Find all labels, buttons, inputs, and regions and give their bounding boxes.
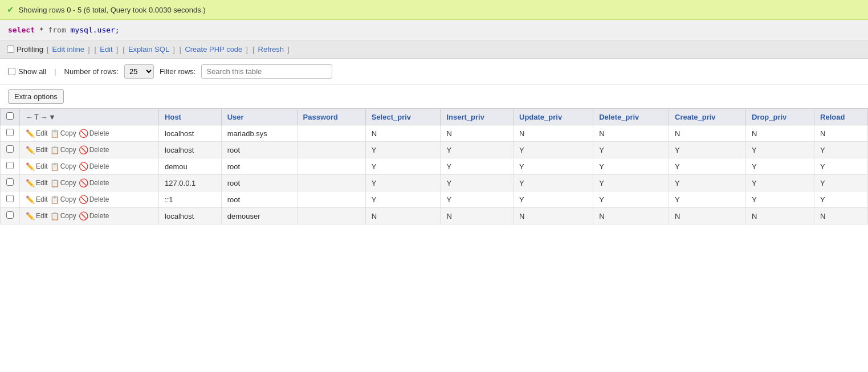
kw-from: from: [48, 26, 66, 34]
delete-button[interactable]: 🚫 Delete: [79, 162, 109, 171]
row-checkbox-cell: [1, 125, 20, 142]
cell-host: ::1: [159, 191, 222, 208]
edit-label: Edit: [36, 129, 48, 137]
header-password[interactable]: Password: [297, 109, 365, 125]
table-row: ✏️ Edit 📋 Copy 🚫 Delete ::1rootYYYYYYY: [1, 191, 868, 208]
search-input[interactable]: [201, 64, 332, 79]
edit-icon: ✏️: [26, 195, 35, 204]
cell-user: mariadb.sys: [221, 125, 297, 142]
copy-label: Copy: [60, 195, 76, 203]
delete-button[interactable]: 🚫 Delete: [79, 211, 109, 220]
header-select-priv[interactable]: Select_priv: [365, 109, 441, 125]
cell-update_priv: Y: [514, 158, 593, 175]
row-checkbox[interactable]: [6, 211, 14, 219]
header-create-priv[interactable]: Create_priv: [669, 109, 746, 125]
query-display: select * from mysql.user;: [0, 20, 868, 40]
copy-button[interactable]: 📋 Copy: [50, 179, 76, 187]
create-php-link[interactable]: Create PHP code: [185, 45, 242, 54]
header-update-priv[interactable]: Update_priv: [514, 109, 593, 125]
cell-password: [297, 208, 365, 224]
kw-select: select: [8, 26, 35, 34]
profiling-checkbox[interactable]: [7, 46, 14, 53]
copy-label: Copy: [60, 146, 76, 154]
header-insert-priv[interactable]: Insert_priv: [441, 109, 514, 125]
edit-inline-link[interactable]: Edit inline: [52, 45, 84, 54]
profiling-label: Profiling: [17, 45, 43, 54]
edit-button[interactable]: ✏️ Edit: [26, 179, 48, 187]
delete-label: Delete: [89, 162, 109, 170]
delete-button[interactable]: 🚫 Delete: [79, 195, 109, 204]
edit-button[interactable]: ✏️ Edit: [26, 162, 48, 171]
explain-sql-link[interactable]: Explain SQL: [128, 45, 169, 54]
cell-password: [297, 142, 365, 158]
delete-button[interactable]: 🚫 Delete: [79, 145, 109, 154]
delete-icon: 🚫: [79, 145, 88, 154]
row-checkbox[interactable]: [6, 129, 14, 136]
cell-delete_priv: Y: [593, 175, 669, 191]
sort-icon: ▼: [48, 113, 56, 121]
edit-button[interactable]: ✏️ Edit: [26, 195, 48, 204]
right-arrow-icon: →: [40, 113, 47, 121]
table-row: ✏️ Edit 📋 Copy 🚫 Delete localhostrootYYY…: [1, 142, 868, 158]
delete-label: Delete: [89, 146, 109, 154]
cell-insert_priv: Y: [441, 175, 514, 191]
header-actions-col[interactable]: ← T → ▼: [20, 109, 159, 125]
filter-label: Filter rows:: [160, 67, 196, 76]
edit-button[interactable]: ✏️ Edit: [26, 146, 48, 154]
copy-button[interactable]: 📋 Copy: [50, 146, 76, 154]
select-all-checkbox[interactable]: [6, 112, 14, 120]
delete-button[interactable]: 🚫 Delete: [79, 178, 109, 187]
edit-label: Edit: [36, 162, 48, 170]
header-delete-priv[interactable]: Delete_priv: [593, 109, 669, 125]
row-checkbox[interactable]: [6, 162, 14, 169]
status-bar: ✔ Showing rows 0 - 5 (6 total, Query too…: [0, 0, 868, 20]
copy-button[interactable]: 📋 Copy: [50, 195, 76, 204]
toolbar: Profiling [ Edit inline ] [ Edit ] [ Exp…: [0, 40, 868, 59]
data-table: ← T → ▼ Host User Password Select_priv I…: [0, 108, 868, 224]
table-row: ✏️ Edit 📋 Copy 🚫 Delete demourootYYYYYYY: [1, 158, 868, 175]
cell-password: [297, 175, 365, 191]
cell-update_priv: Y: [514, 175, 593, 191]
edit-label: Edit: [36, 195, 48, 203]
refresh-link[interactable]: Refresh: [258, 45, 284, 54]
cell-create_priv: N: [669, 125, 746, 142]
num-rows-select[interactable]: 25 50 100 250 500: [124, 64, 154, 79]
edit-button[interactable]: ✏️ Edit: [26, 212, 48, 220]
edit-icon: ✏️: [26, 162, 35, 171]
copy-button[interactable]: 📋 Copy: [50, 129, 76, 138]
edit-label: Edit: [36, 212, 48, 220]
header-drop-priv[interactable]: Drop_priv: [745, 109, 814, 125]
left-arrow-icon: ←: [26, 113, 33, 121]
copy-button[interactable]: 📋 Copy: [50, 212, 76, 220]
row-checkbox[interactable]: [6, 195, 14, 202]
row-checkbox[interactable]: [6, 145, 14, 153]
row-checkbox-cell: [1, 175, 20, 191]
cell-drop_priv: N: [745, 125, 814, 142]
extra-options-container: Extra options: [0, 85, 868, 108]
header-host[interactable]: Host: [159, 109, 222, 125]
cell-insert_priv: Y: [441, 158, 514, 175]
cell-drop_priv: N: [745, 208, 814, 224]
copy-icon: 📋: [50, 162, 59, 171]
table-row: ✏️ Edit 📋 Copy 🚫 Delete localhostmariadb…: [1, 125, 868, 142]
copy-label: Copy: [60, 179, 76, 187]
edit-button[interactable]: ✏️ Edit: [26, 129, 48, 138]
show-all-checkbox[interactable]: [8, 68, 15, 75]
cell-create_priv: Y: [669, 191, 746, 208]
row-checkbox[interactable]: [6, 178, 14, 186]
cell-insert_priv: Y: [441, 191, 514, 208]
row-checkbox-cell: [1, 191, 20, 208]
cell-reload: N: [814, 208, 868, 224]
delete-icon: 🚫: [79, 162, 88, 171]
cell-update_priv: N: [514, 125, 593, 142]
copy-button[interactable]: 📋 Copy: [50, 162, 76, 171]
header-user[interactable]: User: [221, 109, 297, 125]
num-rows-label: Number of rows:: [64, 67, 119, 76]
edit-link[interactable]: Edit: [100, 45, 112, 54]
delete-button[interactable]: 🚫 Delete: [79, 129, 109, 138]
cell-insert_priv: N: [441, 125, 514, 142]
header-reload[interactable]: Reload: [814, 109, 868, 125]
edit-icon: ✏️: [26, 146, 35, 154]
extra-options-button[interactable]: Extra options: [8, 89, 64, 104]
cell-delete_priv: N: [593, 125, 669, 142]
